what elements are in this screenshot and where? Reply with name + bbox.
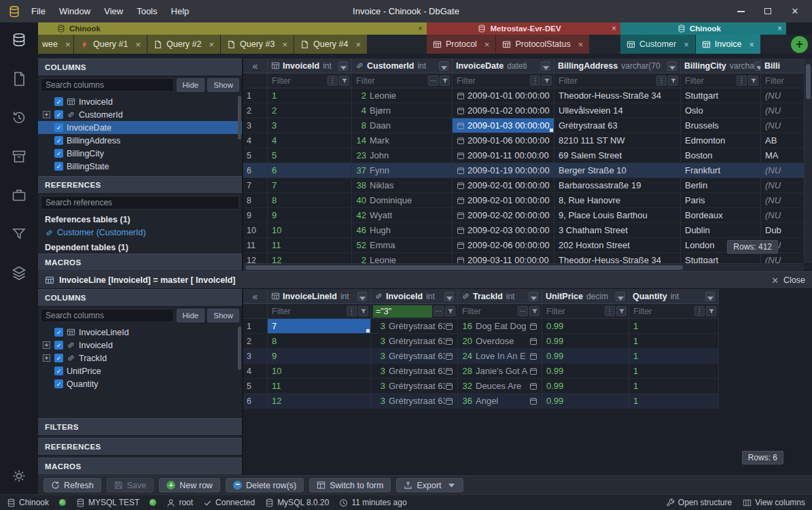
- column-header-Quantity[interactable]: Quantityint: [629, 289, 719, 304]
- history-icon[interactable]: [10, 109, 28, 126]
- filter-funnel-button[interactable]: [616, 306, 626, 316]
- grid-cell[interactable]: 202 Hoxton Street: [554, 238, 681, 252]
- column-checkbox[interactable]: ✓: [54, 379, 63, 388]
- grid-cell[interactable]: 32Deuces Are: [458, 379, 542, 393]
- close-icon[interactable]: ×: [484, 39, 490, 50]
- grid-cell[interactable]: 38Niklas: [352, 178, 453, 192]
- column-tree-item-Quantity[interactable]: ✓Quantity: [38, 377, 242, 390]
- grid-row[interactable]: 338Daan2009-01-03 00:00:00Grétrystraat 6…: [243, 118, 812, 133]
- grid-cell[interactable]: Edmonton: [681, 133, 761, 148]
- row-number[interactable]: 3: [243, 349, 268, 363]
- filter-cell-BillingAddress[interactable]: Filter⋮: [554, 73, 681, 88]
- grid-cell[interactable]: Paris: [681, 193, 761, 207]
- column-checkbox[interactable]: ✓: [54, 341, 63, 350]
- filter-funnel-button[interactable]: [542, 75, 552, 86]
- grid-row[interactable]: 7738Niklas2009-02-01 00:00:00Barbarossas…: [243, 178, 812, 193]
- save-button[interactable]: Save: [107, 478, 154, 492]
- briefcase-icon[interactable]: [10, 186, 28, 204]
- filter-funnel-button[interactable]: [529, 306, 540, 316]
- filter-cell-Quantity[interactable]: Filter⋮: [629, 304, 719, 319]
- row-number[interactable]: 5: [243, 148, 268, 163]
- grid-cell[interactable]: 12: [268, 394, 371, 408]
- layers-icon[interactable]: [10, 264, 28, 282]
- grid-cell[interactable]: 1: [629, 364, 719, 378]
- close-detail-button[interactable]: ✕ Close: [771, 275, 805, 286]
- filter-rail-icon[interactable]: [10, 225, 28, 243]
- files-icon[interactable]: [10, 70, 28, 88]
- filter-cell-InvoiceDate[interactable]: Filter⋮: [453, 73, 554, 88]
- vertical-scrollbar[interactable]: [804, 58, 812, 263]
- filter-cell-BillingCity[interactable]: Filter⋮: [681, 73, 761, 88]
- grid-cell[interactable]: 8, Rue Hanovre: [554, 193, 681, 207]
- status-connection[interactable]: MYSQL TEST: [76, 498, 139, 507]
- column-menu-button[interactable]: [338, 61, 348, 71]
- filter-menu-button[interactable]: ⋮: [530, 75, 540, 86]
- filter-funnel-button[interactable]: [706, 306, 716, 316]
- column-checkbox[interactable]: ✓: [54, 328, 63, 337]
- column-tree-item-InvoiceLineId[interactable]: ✓InvoiceLineId: [38, 326, 242, 339]
- grid-cell[interactable]: Boston: [681, 148, 761, 163]
- grid-cell[interactable]: Frankfurt: [681, 163, 761, 177]
- refresh-button[interactable]: Refresh: [43, 478, 101, 492]
- grid-cell[interactable]: 7: [268, 319, 371, 333]
- grid-cell[interactable]: Brussels: [681, 118, 761, 133]
- filters-section-header[interactable]: FILTERS: [38, 418, 242, 436]
- column-header-InvoiceDate[interactable]: InvoiceDatedateti: [453, 58, 554, 73]
- grid-cell[interactable]: 1: [629, 319, 719, 333]
- grid-cell[interactable]: 3 Chatham Street: [554, 223, 681, 237]
- search-references-input[interactable]: Search references: [41, 196, 239, 209]
- grid-cell[interactable]: 2009-01-03 00:00:00: [453, 118, 554, 133]
- show-button[interactable]: Show: [207, 78, 239, 92]
- tab-protocol[interactable]: Protocol×: [427, 35, 495, 54]
- grid-row[interactable]: 6637Fynn2009-01-19 00:00:00Berger Straße…: [243, 163, 812, 178]
- grid-cell[interactable]: 6: [268, 163, 352, 177]
- column-tree-item-CustomerId[interactable]: +✓CustomerId: [38, 108, 242, 121]
- grid-row[interactable]: 8840Dominique2009-02-01 00:00:008, Rue H…: [243, 193, 812, 208]
- menu-window[interactable]: Window: [52, 3, 97, 20]
- menu-view[interactable]: View: [97, 3, 130, 20]
- grid-cell[interactable]: 1: [629, 349, 719, 363]
- grid-row[interactable]: 173Grétrystraat 6316Dog Eat Dog0.991: [243, 319, 719, 334]
- column-tree-item-TrackId[interactable]: +✓TrackId: [38, 352, 242, 364]
- grid-cell[interactable]: 0.99: [542, 364, 629, 378]
- filter-funnel-button[interactable]: [339, 75, 349, 86]
- filter-funnel-button[interactable]: [358, 306, 368, 316]
- grid-cell[interactable]: Barbarossastraße 19: [554, 178, 681, 192]
- macros-section-header[interactable]: MACROS: [38, 254, 242, 271]
- menu-tools[interactable]: Tools: [130, 3, 164, 20]
- reference-link-customer[interactable]: Customer (CustomerId): [38, 226, 242, 239]
- row-number[interactable]: 7: [243, 178, 268, 192]
- column-tree-item-BillingAddress[interactable]: ✓BillingAddress: [38, 134, 242, 147]
- grid-cell[interactable]: 2009-01-02 00:00:00: [453, 103, 554, 118]
- grid-cell[interactable]: 0.99: [542, 379, 629, 393]
- switch-to-form-button[interactable]: Switch to form: [309, 478, 391, 492]
- column-menu-button[interactable]: [616, 292, 625, 301]
- filter-funnel-button[interactable]: [748, 75, 758, 86]
- filter-menu-button[interactable]: ⋯: [428, 75, 438, 86]
- grid-cell[interactable]: 14Mark: [352, 133, 453, 148]
- grid-cell[interactable]: Ullevålsveien 14: [554, 103, 681, 118]
- grid-cell[interactable]: 37Fynn: [352, 163, 453, 177]
- grid-row[interactable]: 4414Mark2009-01-06 00:00:008210 111 ST N…: [243, 133, 812, 148]
- grid-cell[interactable]: 0.99: [542, 394, 629, 408]
- grid-cell[interactable]: 5: [268, 148, 352, 163]
- grid-cell[interactable]: 2009-02-01 00:00:00: [453, 193, 554, 207]
- tab-customer[interactable]: Customer×: [620, 35, 695, 54]
- close-icon[interactable]: ×: [282, 39, 287, 50]
- filter-menu-button[interactable]: ⋮: [694, 306, 705, 316]
- close-icon[interactable]: ×: [578, 39, 584, 50]
- close-icon[interactable]: ×: [135, 39, 141, 50]
- grid-cell[interactable]: 3Grétrystraat 63: [371, 394, 458, 408]
- column-menu-button[interactable]: [667, 61, 677, 71]
- filter-cell-InvoiceId[interactable]: ="3"⋯: [371, 304, 458, 319]
- grid-cell[interactable]: 2009-01-06 00:00:00: [453, 133, 554, 148]
- grid-cell[interactable]: 11: [268, 379, 371, 393]
- grid-cell[interactable]: 2Leonie: [352, 88, 453, 103]
- macros-section-header[interactable]: MACROS: [38, 458, 242, 475]
- grid-cell[interactable]: 2009-02-02 00:00:00: [453, 208, 554, 222]
- menu-file[interactable]: File: [24, 3, 52, 20]
- close-icon[interactable]: ×: [612, 24, 616, 33]
- new-row-button[interactable]: + New row: [159, 478, 220, 492]
- row-number[interactable]: 11: [243, 238, 268, 252]
- grid-cell[interactable]: 0.99: [542, 319, 629, 333]
